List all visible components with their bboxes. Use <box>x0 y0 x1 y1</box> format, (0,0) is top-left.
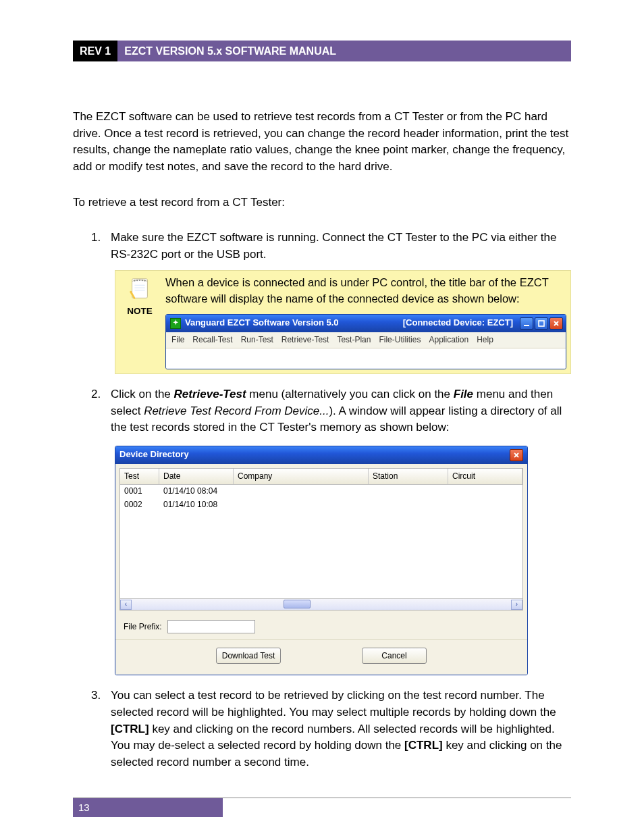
cell-date: 01/14/10 10:08 <box>159 498 234 511</box>
scroll-right-arrow-icon[interactable]: › <box>511 600 522 610</box>
cell-company <box>234 485 369 498</box>
list-item[interactable]: 0002 01/14/10 10:08 <box>120 498 522 511</box>
cell-station <box>369 485 448 498</box>
notepad-icon <box>127 276 153 302</box>
dialog-titlebar: Device Directory <box>115 446 527 464</box>
maximize-button[interactable] <box>535 317 548 330</box>
step-3-t1: You can select a test record to be retri… <box>111 689 556 719</box>
download-test-button[interactable]: Download Test <box>216 648 281 664</box>
file-prefix-label: File Prefix: <box>124 621 162 633</box>
col-test[interactable]: Test <box>120 469 159 484</box>
retrieve-intro: To retrieve a test record from a CT Test… <box>73 194 571 211</box>
cell-date: 01/14/10 08:04 <box>159 485 234 498</box>
step-3: You can select a test record to be retri… <box>104 687 571 771</box>
menu-file-utilities[interactable]: File-Utilities <box>379 334 421 346</box>
scroll-thumb[interactable] <box>284 600 311 608</box>
note-box: NOTE When a device is connected and is u… <box>115 270 571 374</box>
listview-header: Test Date Company Station Circuit <box>120 469 522 485</box>
menu-file[interactable]: File <box>171 334 184 346</box>
svg-point-4 <box>142 280 143 281</box>
test-listview[interactable]: Test Date Company Station Circuit 0001 0… <box>119 468 523 610</box>
dialog-close-button[interactable] <box>510 449 523 461</box>
svg-point-5 <box>144 280 145 281</box>
header-title: EZCT VERSION 5.x SOFTWARE MANUAL <box>117 41 571 61</box>
step-2: Click on the Retrieve-Test menu (alterna… <box>104 386 571 675</box>
window-controls <box>520 317 563 330</box>
app-titlebar: ✦ Vanguard EZCT Software Version 5.0 [Co… <box>166 315 566 332</box>
horizontal-scrollbar[interactable]: ‹ › <box>120 598 522 610</box>
steps-list: Make sure the EZCT software is running. … <box>104 230 571 771</box>
step-1-text: Make sure the EZCT software is running. … <box>111 231 557 261</box>
col-date[interactable]: Date <box>159 469 234 484</box>
retrieve-test-menu-name: Retrieve-Test <box>174 388 246 400</box>
ctrl-key-2: [CTRL] <box>404 739 443 752</box>
cancel-button[interactable]: Cancel <box>362 648 427 664</box>
page-footer: 13 <box>73 798 571 817</box>
minimize-button[interactable] <box>520 317 533 330</box>
ctrl-key-1: [CTRL] <box>111 723 149 735</box>
app-client-area <box>166 348 566 369</box>
listview-body: 0001 01/14/10 08:04 0002 01/14/10 10:08 <box>120 485 522 598</box>
menu-application[interactable]: Application <box>429 334 468 346</box>
cell-station <box>369 498 448 511</box>
svg-point-2 <box>136 280 138 281</box>
note-text: When a device is connected and is under … <box>165 276 548 305</box>
svg-point-3 <box>139 279 140 280</box>
app-icon: ✦ <box>170 318 181 329</box>
note-label: NOTE <box>127 305 153 318</box>
app-title-left: Vanguard EZCT Software Version 5.0 <box>185 317 339 330</box>
scroll-left-arrow-icon[interactable]: ‹ <box>120 600 132 610</box>
app-window: ✦ Vanguard EZCT Software Version 5.0 [Co… <box>165 314 566 369</box>
menu-retrieve-test[interactable]: Retrieve-Test <box>281 334 329 346</box>
app-title-right: [Connected Device: EZCT] <box>403 317 513 330</box>
document-header: REV 1 EZCT VERSION 5.x SOFTWARE MANUAL <box>73 41 571 61</box>
svg-point-1 <box>134 280 135 281</box>
file-prefix-input[interactable] <box>167 620 255 633</box>
step-2-prefix: Click on the <box>111 388 174 400</box>
cell-circuit <box>448 485 522 498</box>
menu-run-test[interactable]: Run-Test <box>241 334 273 346</box>
cell-company <box>234 498 369 511</box>
device-directory-dialog: Device Directory Test Date Company Stati… <box>115 446 528 675</box>
page-number: 13 <box>73 798 223 817</box>
svg-rect-0 <box>132 278 148 298</box>
col-circuit[interactable]: Circuit <box>448 469 522 484</box>
cell-test: 0001 <box>120 485 159 498</box>
dialog-title: Device Directory <box>119 448 189 461</box>
file-prefix-row: File Prefix: <box>115 615 527 639</box>
svg-rect-10 <box>524 325 529 326</box>
header-rev: REV 1 <box>73 41 117 61</box>
cell-test: 0002 <box>120 498 159 511</box>
cell-circuit <box>448 498 522 511</box>
list-item[interactable]: 0001 01/14/10 08:04 <box>120 485 522 498</box>
app-menubar: File Recall-Test Run-Test Retrieve-Test … <box>166 332 566 348</box>
svg-rect-11 <box>539 321 544 326</box>
menu-recall-test[interactable]: Recall-Test <box>192 334 232 346</box>
menu-help[interactable]: Help <box>477 334 493 346</box>
dialog-buttons: Download Test Cancel <box>115 639 527 675</box>
scroll-track[interactable] <box>132 600 511 610</box>
file-menu-name: File <box>454 388 473 400</box>
step-2-mid1: menu (alternatively you can click on the <box>246 388 454 400</box>
retrieve-menuitem-name: Retrieve Test Record From Device... <box>144 405 329 417</box>
step-1: Make sure the EZCT software is running. … <box>104 230 571 374</box>
menu-test-plan[interactable]: Test-Plan <box>337 334 371 346</box>
col-company[interactable]: Company <box>234 469 369 484</box>
intro-paragraph: The EZCT software can be used to retriev… <box>73 109 571 176</box>
col-station[interactable]: Station <box>369 469 448 484</box>
close-button[interactable] <box>549 317 563 330</box>
